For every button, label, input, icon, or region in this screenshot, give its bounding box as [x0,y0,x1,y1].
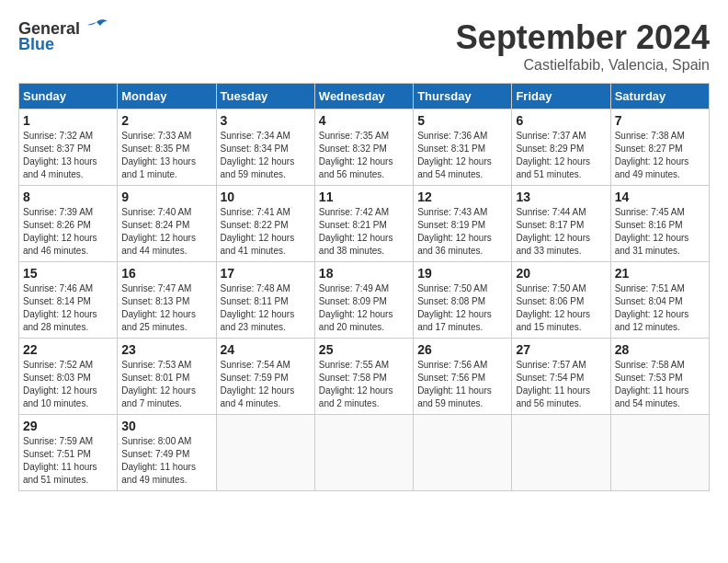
header-saturday: Saturday [610,84,709,109]
day-number: 24 [221,342,311,357]
week-row-4: 22 Sunrise: 7:52 AM Sunset: 8:03 PM Dayl… [19,339,710,415]
calendar-title: September 2024 [456,18,710,57]
calendar-cell-4-5 [512,415,610,491]
day-info: Sunrise: 7:56 AM Sunset: 7:56 PM Dayligh… [417,359,507,410]
day-info: Sunrise: 7:41 AM Sunset: 8:22 PM Dayligh… [221,206,311,258]
day-number: 14 [615,190,705,204]
day-info: Sunrise: 7:38 AM Sunset: 8:27 PM Dayligh… [615,130,705,181]
calendar-cell-3-1: 23 Sunrise: 7:53 AM Sunset: 8:01 PM Dayl… [118,339,216,415]
calendar-cell-2-2: 17 Sunrise: 7:48 AM Sunset: 8:11 PM Dayl… [216,262,314,339]
day-number: 5 [417,113,507,128]
day-info: Sunrise: 7:35 AM Sunset: 8:32 PM Dayligh… [319,130,409,181]
day-info: Sunrise: 7:54 AM Sunset: 7:59 PM Dayligh… [221,359,311,410]
day-info: Sunrise: 7:50 AM Sunset: 8:08 PM Dayligh… [417,282,507,334]
weekday-header-row: Sunday Monday Tuesday Wednesday Thursday… [19,84,710,109]
day-info: Sunrise: 7:58 AM Sunset: 7:53 PM Dayligh… [615,359,705,410]
day-info: Sunrise: 7:34 AM Sunset: 8:34 PM Dayligh… [221,130,311,181]
calendar-cell-1-5: 13 Sunrise: 7:44 AM Sunset: 8:17 PM Dayl… [512,186,610,262]
day-number: 7 [615,113,705,128]
logo-bird-icon [84,18,109,39]
calendar-cell-2-5: 20 Sunrise: 7:50 AM Sunset: 8:06 PM Dayl… [512,262,610,339]
day-number: 13 [516,190,606,204]
day-number: 17 [221,266,311,281]
day-number: 26 [417,342,507,357]
day-info: Sunrise: 7:47 AM Sunset: 8:13 PM Dayligh… [121,282,211,334]
calendar-cell-1-2: 10 Sunrise: 7:41 AM Sunset: 8:22 PM Dayl… [216,186,314,262]
header-sunday: Sunday [19,84,118,109]
day-number: 25 [319,342,409,357]
header-thursday: Thursday [414,84,512,109]
calendar-cell-4-4 [414,415,512,491]
day-info: Sunrise: 7:48 AM Sunset: 8:11 PM Dayligh… [221,282,311,334]
calendar-cell-2-6: 21 Sunrise: 7:51 AM Sunset: 8:04 PM Dayl… [610,262,709,339]
header-friday: Friday [512,84,610,109]
calendar-title-area: September 2024 Castielfabib, Valencia, S… [456,18,710,74]
logo-text-blue: Blue [18,35,54,54]
day-number: 22 [23,342,113,357]
day-number: 23 [121,342,211,357]
calendar-cell-0-6: 7 Sunrise: 7:38 AM Sunset: 8:27 PM Dayli… [610,109,709,186]
day-info: Sunrise: 7:42 AM Sunset: 8:21 PM Dayligh… [319,206,409,258]
day-info: Sunrise: 7:50 AM Sunset: 8:06 PM Dayligh… [516,282,606,334]
day-info: Sunrise: 7:59 AM Sunset: 7:51 PM Dayligh… [23,435,113,487]
day-number: 8 [23,190,113,204]
calendar-cell-4-1: 30 Sunrise: 8:00 AM Sunset: 7:49 PM Dayl… [118,415,216,491]
calendar-cell-0-0: 1 Sunrise: 7:32 AM Sunset: 8:37 PM Dayli… [19,109,118,186]
calendar-cell-2-1: 16 Sunrise: 7:47 AM Sunset: 8:13 PM Dayl… [118,262,216,339]
day-info: Sunrise: 7:57 AM Sunset: 7:54 PM Dayligh… [516,359,606,410]
calendar-cell-0-1: 2 Sunrise: 7:33 AM Sunset: 8:35 PM Dayli… [118,109,216,186]
day-number: 2 [121,113,211,128]
calendar-cell-3-0: 22 Sunrise: 7:52 AM Sunset: 8:03 PM Dayl… [19,339,118,415]
day-number: 28 [615,342,705,357]
week-row-3: 15 Sunrise: 7:46 AM Sunset: 8:14 PM Dayl… [19,262,710,339]
calendar-cell-1-1: 9 Sunrise: 7:40 AM Sunset: 8:24 PM Dayli… [118,186,216,262]
page-header: General Blue September 2024 Castielfabib… [18,18,710,74]
calendar-cell-2-0: 15 Sunrise: 7:46 AM Sunset: 8:14 PM Dayl… [19,262,118,339]
day-number: 15 [23,266,113,281]
day-number: 19 [417,266,507,281]
day-number: 16 [121,266,211,281]
day-number: 1 [23,113,113,128]
day-number: 21 [615,266,705,281]
day-number: 10 [221,190,311,204]
calendar-cell-4-3 [314,415,413,491]
calendar-cell-4-2 [216,415,314,491]
day-number: 11 [319,190,409,204]
header-tuesday: Tuesday [216,84,314,109]
calendar-cell-3-5: 27 Sunrise: 7:57 AM Sunset: 7:54 PM Dayl… [512,339,610,415]
calendar-cell-0-3: 4 Sunrise: 7:35 AM Sunset: 8:32 PM Dayli… [314,109,413,186]
day-info: Sunrise: 7:37 AM Sunset: 8:29 PM Dayligh… [516,130,606,181]
day-info: Sunrise: 7:33 AM Sunset: 8:35 PM Dayligh… [121,130,211,181]
day-info: Sunrise: 7:36 AM Sunset: 8:31 PM Dayligh… [417,130,507,181]
calendar-subtitle: Castielfabib, Valencia, Spain [456,57,710,74]
week-row-2: 8 Sunrise: 7:39 AM Sunset: 8:26 PM Dayli… [19,186,710,262]
day-number: 3 [221,113,311,128]
day-info: Sunrise: 7:43 AM Sunset: 8:19 PM Dayligh… [417,206,507,258]
day-info: Sunrise: 7:52 AM Sunset: 8:03 PM Dayligh… [23,359,113,410]
day-number: 4 [319,113,409,128]
calendar-cell-4-0: 29 Sunrise: 7:59 AM Sunset: 7:51 PM Dayl… [19,415,118,491]
calendar-table: Sunday Monday Tuesday Wednesday Thursday… [18,83,710,491]
calendar-cell-0-2: 3 Sunrise: 7:34 AM Sunset: 8:34 PM Dayli… [216,109,314,186]
day-number: 20 [516,266,606,281]
day-info: Sunrise: 7:51 AM Sunset: 8:04 PM Dayligh… [615,282,705,334]
day-number: 9 [121,190,211,204]
day-number: 6 [516,113,606,128]
day-info: Sunrise: 7:46 AM Sunset: 8:14 PM Dayligh… [23,282,113,334]
day-info: Sunrise: 7:39 AM Sunset: 8:26 PM Dayligh… [23,206,113,258]
calendar-cell-0-5: 6 Sunrise: 7:37 AM Sunset: 8:29 PM Dayli… [512,109,610,186]
day-info: Sunrise: 7:55 AM Sunset: 7:58 PM Dayligh… [319,359,409,410]
day-number: 12 [417,190,507,204]
day-info: Sunrise: 7:45 AM Sunset: 8:16 PM Dayligh… [615,206,705,258]
logo: General Blue [18,18,109,54]
day-number: 18 [319,266,409,281]
calendar-cell-2-3: 18 Sunrise: 7:49 AM Sunset: 8:09 PM Dayl… [314,262,413,339]
header-monday: Monday [118,84,216,109]
calendar-cell-1-4: 12 Sunrise: 7:43 AM Sunset: 8:19 PM Dayl… [414,186,512,262]
calendar-cell-2-4: 19 Sunrise: 7:50 AM Sunset: 8:08 PM Dayl… [414,262,512,339]
calendar-cell-3-3: 25 Sunrise: 7:55 AM Sunset: 7:58 PM Dayl… [314,339,413,415]
week-row-5: 29 Sunrise: 7:59 AM Sunset: 7:51 PM Dayl… [19,415,710,491]
calendar-cell-3-6: 28 Sunrise: 7:58 AM Sunset: 7:53 PM Dayl… [610,339,709,415]
calendar-cell-0-4: 5 Sunrise: 7:36 AM Sunset: 8:31 PM Dayli… [414,109,512,186]
day-number: 29 [23,419,113,433]
